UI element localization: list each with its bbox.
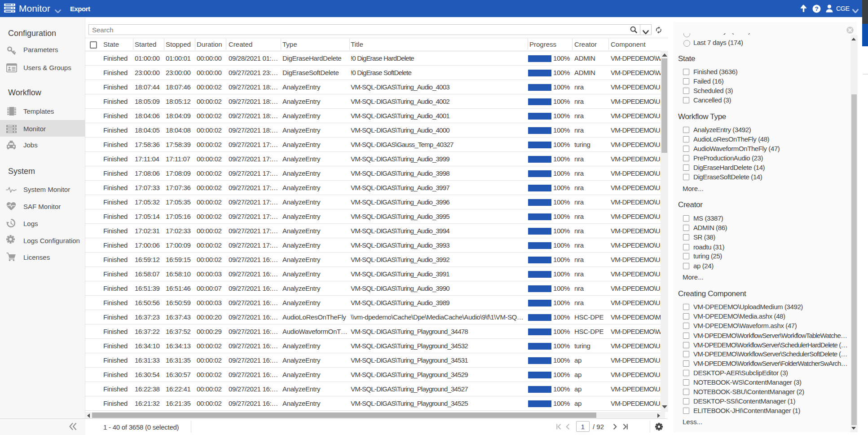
- svg-text:?: ?: [815, 5, 818, 12]
